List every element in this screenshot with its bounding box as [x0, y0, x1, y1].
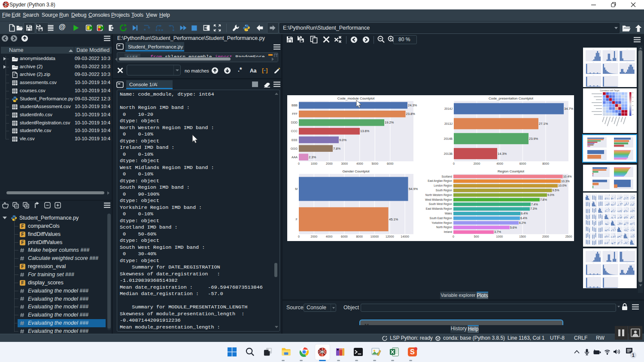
svg-text:....: ....: [610, 262, 611, 264]
svg-text:AAA: AAA: [292, 156, 298, 159]
svg-text:0: 0: [453, 162, 455, 165]
svg-text:CCC: CCC: [291, 130, 298, 133]
svg-text:....: ....: [592, 48, 594, 50]
svg-text:North Region: North Region: [436, 226, 453, 229]
svg-text:7.4%: 7.4%: [531, 203, 538, 206]
svg-text:54.9%: 54.9%: [409, 187, 418, 191]
svg-text:F: F: [21, 281, 24, 285]
svg-text:1000: 1000: [496, 235, 503, 238]
svg-text:Yorkshire Region: Yorkshire Region: [431, 221, 452, 225]
svg-text:2.3%: 2.3%: [309, 155, 316, 159]
svg-text:DDD: DDD: [291, 121, 298, 124]
svg-text:34.7%: 34.7%: [564, 107, 574, 111]
svg-text:6.4%: 6.4%: [521, 212, 528, 215]
svg-text:1500: 1500: [519, 235, 526, 238]
svg-text:7.8%: 7.8%: [333, 147, 340, 151]
svg-text:3000: 3000: [341, 162, 348, 165]
svg-text:2000: 2000: [542, 235, 549, 238]
svg-text:10.3%: 10.3%: [561, 180, 570, 183]
svg-text:....: ....: [592, 61, 594, 63]
svg-text:5000: 5000: [371, 162, 378, 165]
svg-text:2000: 2000: [326, 162, 333, 165]
svg-text:4000: 4000: [496, 162, 503, 165]
svg-text:19.2%: 19.2%: [385, 121, 394, 124]
svg-text:12000: 12000: [386, 235, 394, 238]
svg-text:7.3%: 7.3%: [530, 207, 537, 210]
svg-text:6.2%: 6.2%: [519, 221, 526, 224]
svg-text:....: ....: [626, 48, 628, 50]
svg-text:South East Region: South East Region: [429, 217, 452, 220]
svg-text:....: ....: [592, 74, 594, 76]
svg-text:F: F: [21, 232, 24, 237]
svg-text:14000: 14000: [401, 235, 409, 238]
svg-text:South Region: South Region: [436, 189, 453, 192]
svg-text:6.4%: 6.4%: [520, 217, 527, 220]
svg-text:....: ....: [610, 249, 611, 251]
svg-text:BBB: BBB: [292, 104, 298, 107]
svg-text:10.4%: 10.4%: [563, 175, 572, 178]
svg-text:GGG: GGG: [291, 147, 298, 150]
svg-text:North Western Region: North Western Region: [425, 193, 453, 197]
svg-text:....: ....: [610, 275, 611, 277]
svg-text:....: ....: [592, 262, 594, 264]
svg-text:1: 1: [632, 353, 635, 358]
svg-text:....: ....: [592, 249, 594, 251]
svg-text:8000: 8000: [542, 162, 549, 165]
svg-text:....: ....: [610, 74, 611, 76]
svg-text:4000: 4000: [356, 162, 363, 165]
svg-text:....: ....: [626, 61, 628, 63]
svg-text:....: ....: [610, 48, 611, 50]
svg-text:East Anglian Region: East Anglian Region: [428, 179, 452, 183]
svg-text:M: M: [295, 187, 298, 190]
svg-text:0: 0: [298, 235, 300, 238]
svg-text:London Region: London Region: [434, 184, 452, 187]
svg-text:....: ....: [610, 61, 611, 63]
svg-text:6000: 6000: [341, 235, 348, 238]
svg-text:0: 0: [453, 235, 454, 238]
svg-text:South West Region: South West Region: [429, 202, 453, 206]
svg-text:Code_presentation Countplot: Code_presentation Countplot: [489, 97, 534, 100]
svg-text:2500: 2500: [565, 235, 572, 238]
svg-text:EEE: EEE: [292, 139, 298, 142]
svg-text:24.3%: 24.3%: [408, 103, 417, 107]
svg-text:...: ...: [596, 136, 598, 137]
svg-text:Region Countplot: Region Countplot: [498, 169, 525, 173]
svg-text:....: ....: [626, 262, 628, 264]
svg-text:Wales: Wales: [445, 212, 452, 215]
svg-text:500: 500: [474, 235, 479, 238]
svg-text:2000: 2000: [311, 235, 318, 238]
svg-text:10.0%: 10.0%: [558, 184, 567, 187]
svg-text:23.8%: 23.8%: [406, 112, 416, 116]
svg-text:Scotland: Scotland: [441, 175, 452, 178]
svg-text:10000: 10000: [371, 235, 379, 238]
svg-text:14.3%: 14.3%: [498, 152, 507, 156]
svg-text:FFF: FFF: [292, 112, 298, 115]
svg-text:6000: 6000: [519, 162, 526, 165]
svg-text:West Midlands Region: West Midlands Region: [425, 198, 452, 202]
svg-text:F: F: [296, 218, 298, 221]
svg-text:Ireland: Ireland: [444, 230, 453, 233]
svg-text:2013J: 2013J: [444, 122, 453, 125]
svg-text:7.8%: 7.8%: [540, 198, 547, 201]
svg-text:0: 0: [298, 162, 300, 165]
svg-text:2014J: 2014J: [444, 107, 453, 110]
svg-text:8000: 8000: [356, 235, 363, 238]
svg-text:4000: 4000: [326, 235, 333, 238]
svg-text:East Midlands Region: East Midlands Region: [426, 207, 453, 211]
svg-text:9.0%: 9.0%: [547, 193, 554, 196]
svg-text:9.5%: 9.5%: [553, 189, 559, 192]
svg-text:9.0%: 9.0%: [339, 138, 346, 142]
svg-text:Gender Countplot: Gender Countplot: [342, 169, 370, 173]
svg-text:F: F: [21, 264, 24, 269]
svg-text:1000: 1000: [311, 162, 318, 165]
svg-text:45.1%: 45.1%: [389, 217, 398, 221]
svg-text:Correlation with Target: Correlation with Target: [600, 90, 620, 92]
svg-text:2000: 2000: [474, 162, 480, 165]
svg-text:23.9%: 23.9%: [529, 137, 538, 141]
svg-text:6000: 6000: [387, 162, 394, 165]
svg-text:3.7%: 3.7%: [494, 230, 501, 233]
svg-text:F: F: [21, 224, 24, 229]
svg-text:5.6%: 5.6%: [510, 226, 517, 229]
svg-text:2013B: 2013B: [444, 152, 453, 155]
svg-text:....: ....: [592, 275, 594, 277]
